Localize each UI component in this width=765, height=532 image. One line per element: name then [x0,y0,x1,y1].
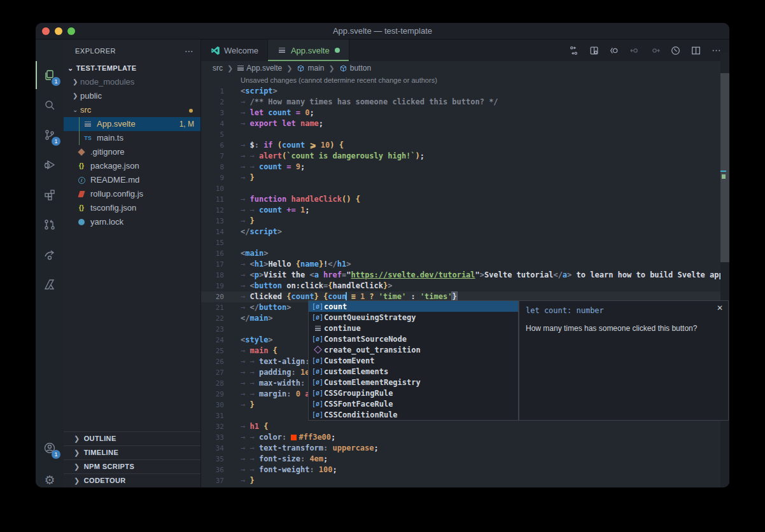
run-codetour-icon[interactable] [667,42,684,59]
tree-folder-node-modules[interactable]: ❯node_modules [64,75,200,89]
code-line-10[interactable]: 10 [201,183,729,194]
code-line-14[interactable]: 14</script> [201,227,729,237]
code-line-13[interactable]: 13→ } [201,216,729,227]
file-label: src [80,103,91,117]
activity-extensions-icon[interactable] [36,181,64,209]
code-line-8[interactable]: 8→ → count = 9; [201,162,729,172]
git-file-icon [76,150,87,155]
code-line-4[interactable]: 4→ export let name; [201,118,729,129]
breadcrumb-src[interactable]: src [213,64,223,73]
suggest-item-customelements[interactable]: [ø]customElements [309,366,518,377]
tree-file-tsconfig-json[interactable]: {}tsconfig.json [64,201,200,215]
code-line-17[interactable]: 17→ <h1>Hello {name}!</h1> [201,259,729,270]
suggest-item-cssgroupingrule[interactable]: [ø]CSSGroupingRule [309,388,518,398]
activity-github-pull-requests-icon[interactable] [36,211,64,239]
activity-live-share-icon[interactable] [36,241,64,269]
toggle-blame-icon[interactable] [565,42,582,59]
code-line-7[interactable]: 7→ → alert(`count is dangerously high!`)… [201,151,729,162]
scrollbar-slider[interactable] [720,73,729,262]
activity-azure-icon[interactable] [36,270,64,298]
svelte-file-icon [83,122,93,127]
code-line-36[interactable]: 36→ → font-weight: 100; [201,465,729,475]
breadcrumb-button[interactable]: button [339,64,371,73]
section-npm-scripts[interactable]: ❯NPM SCRIPTS [64,459,200,473]
glyph-margin [224,97,241,108]
lightbulb-icon[interactable] [228,293,235,300]
symbol-icon [297,64,305,73]
split-editor-icon[interactable] [687,42,704,59]
code-line-34[interactable]: 34→ → text-transform: uppercase; [201,443,729,454]
code-line-16[interactable]: 16<main> [201,248,729,259]
chevron-right-icon: ❯ [286,64,292,73]
suggest-item-count[interactable]: [ø]count [309,301,518,312]
file-label: package.json [90,159,139,173]
breadcrumb-main[interactable]: main [297,64,324,73]
code-line-15[interactable]: 15 [201,237,729,248]
suggest-item-cssconditionrule[interactable]: [ø]CSSConditionRule [309,409,518,420]
tree-file-yarn-lock[interactable]: yarn.lock [64,215,200,229]
suggest-item-countqueuingstrategy[interactable]: [ø]CountQueuingStrategy [309,312,518,323]
code-line-2[interactable]: 2→ /** How many times has someone clicke… [201,97,729,108]
tree-file-app-svelte[interactable]: App.svelte1, M [64,117,200,131]
glyph-margin [224,324,241,335]
activity-settings-gear-icon[interactable]: ⚙ [36,466,64,487]
code-line-19[interactable]: 19→ <button on:click={handleClick}> [201,281,729,291]
section-outline[interactable]: ❯OUTLINE [64,431,200,445]
title-bar[interactable]: App.svelte — test-template [36,23,729,39]
tree-file--gitignore[interactable]: .gitignore [64,145,200,159]
suggest-item-customevent[interactable]: [ø]CustomEvent [309,355,518,366]
code-line-35[interactable]: 35→ → font-size: 4em; [201,454,729,465]
code-line-6[interactable]: 6→ $: if (count ⩾ 10) { [201,140,729,151]
code-line-9[interactable]: 9→ } [201,172,729,183]
tree-file-readme-md[interactable]: iREADME.md [64,173,200,187]
window-title: App.svelte — test-template [36,26,729,36]
glyph-margin [224,400,241,410]
suggest-item-constantsourcenode[interactable]: [ø]ConstantSourceNode [309,333,518,344]
symbol-variable-icon: [ø] [311,303,324,310]
section-timeline[interactable]: ❯TIMELINE [64,445,200,459]
code-line-1[interactable]: 1<script> [201,86,729,97]
tree-folder-src[interactable]: ⌄src [64,103,200,117]
line-number: 16 [201,248,224,259]
navigate-back-icon[interactable] [606,42,622,59]
glyph-margin [224,281,241,291]
activity-explorer-icon[interactable]: 1 [36,61,64,89]
glyph-margin [224,172,241,183]
activity-account-icon[interactable]: 1 [36,434,64,462]
tree-file-rollup-config-js[interactable]: rollup.config.js [64,187,200,201]
code-line-12[interactable]: 12→ → count += 1; [201,205,729,216]
activity-search-icon[interactable] [36,91,64,119]
color-swatch[interactable] [291,435,297,440]
section-codetour[interactable]: ❯CODETOUR [64,473,200,487]
svelte-file-icon [277,48,287,53]
code-editor[interactable]: Unsaved changes (cannot determine recent… [201,75,729,487]
code-line-3[interactable]: 3→ let count = 0; [201,108,729,118]
activity-run-and-debug-icon[interactable] [36,151,64,179]
code-line-11[interactable]: 11→ function handleClick() { [201,194,729,205]
tree-file-main-ts[interactable]: TSmain.ts [64,131,200,145]
code-line-37[interactable]: 37→ } [201,475,729,486]
suggest-item-customelementregistry[interactable]: [ø]CustomElementRegistry [309,377,518,388]
glyph-margin [224,389,241,400]
code-line-18[interactable]: 18→ <p>Visit the <a href="https://svelte… [201,270,729,281]
code-line-5[interactable]: 5 [201,129,729,140]
next-change-icon[interactable] [647,42,663,59]
open-preview-icon[interactable] [586,42,602,59]
close-icon[interactable]: ✕ [717,304,723,312]
suggest-item-continue[interactable]: continue [309,323,518,333]
code-line-32[interactable]: 32→ h1 { [201,421,729,432]
symbol-variable-icon: [ø] [311,411,324,418]
code-line-33[interactable]: 33→ → color: #ff3e00; [201,432,729,443]
tab-app-svelte[interactable]: App.svelte [268,39,349,61]
activity-source-control-icon[interactable]: 1 [36,121,64,149]
previous-change-icon[interactable] [626,42,643,59]
tree-root-test-template[interactable]: ⌄TEST-TEMPLATE [64,61,200,75]
tree-folder-public[interactable]: ❯public [64,89,200,103]
tab-welcome[interactable]: Welcome [201,39,268,61]
unsaved-changes-dot[interactable] [335,48,340,53]
suggest-item-create_out_transition[interactable]: create_out_transition [309,344,518,355]
suggest-item-cssfontfacerule[interactable]: [ø]CSSFontFaceRule [309,398,518,409]
breadcrumb-app-svelte[interactable]: App.svelte [237,64,282,73]
explorer-more-actions-icon[interactable]: ⋯ [185,46,194,56]
tree-file-package-json[interactable]: {}package.json [64,159,200,173]
